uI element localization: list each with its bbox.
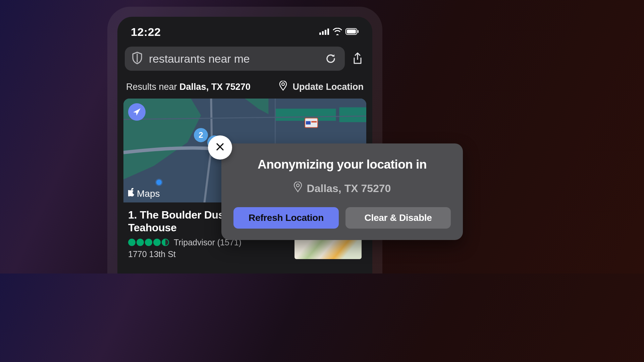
locate-me-button[interactable]	[128, 103, 146, 121]
svg-rect-2	[325, 30, 326, 35]
pin-icon	[279, 81, 287, 93]
location-popover: Anonymizing your location in Dallas, TX …	[221, 143, 463, 240]
share-icon[interactable]	[350, 51, 365, 66]
map-attribution-label: Maps	[137, 188, 160, 199]
results-header: Results near Dallas, TX 75270 Update Loc…	[117, 77, 372, 99]
reload-icon[interactable]	[323, 51, 338, 66]
shield-icon[interactable]	[131, 52, 143, 66]
refresh-location-button[interactable]: Refresh Location	[233, 207, 339, 229]
svg-rect-3	[327, 28, 329, 35]
clear-disable-button[interactable]: Clear & Disable	[345, 207, 451, 229]
browser-toolbar: restaurants near me	[117, 43, 372, 77]
cellular-icon	[319, 28, 329, 36]
svg-rect-1	[322, 31, 324, 35]
svg-rect-6	[358, 30, 359, 33]
current-location-dot	[156, 180, 162, 185]
popover-location-text: Dallas, TX 75270	[307, 182, 391, 195]
results-prefix: Results near	[126, 82, 179, 92]
update-location-label: Update Location	[292, 82, 364, 92]
status-icons	[319, 28, 359, 37]
popover-location: Dallas, TX 75270	[233, 182, 451, 195]
map-attribution: Maps	[128, 188, 160, 199]
svg-point-15	[296, 184, 299, 187]
result-address: 1770 13th St	[128, 249, 288, 259]
svg-rect-11	[339, 107, 366, 122]
svg-point-7	[282, 83, 284, 85]
svg-rect-14	[311, 121, 317, 122]
close-icon	[215, 142, 225, 153]
address-text: restaurants near me	[149, 52, 317, 65]
svg-rect-13	[306, 121, 311, 124]
svg-rect-5	[347, 29, 356, 34]
results-location: Dallas, TX 75270	[179, 82, 251, 92]
status-time: 12:22	[131, 25, 161, 39]
address-bar[interactable]: restaurants near me	[125, 47, 345, 71]
status-bar: 12:22	[117, 17, 372, 43]
map-pin-2[interactable]: 2	[194, 128, 208, 145]
pin-icon	[293, 182, 302, 195]
update-location-button[interactable]: Update Location	[279, 81, 364, 93]
rating-dots	[128, 239, 169, 246]
apple-icon	[128, 188, 136, 199]
wifi-icon	[333, 28, 342, 37]
results-near-label: Results near Dallas, TX 75270	[126, 82, 251, 92]
svg-rect-0	[319, 33, 321, 35]
battery-icon	[345, 28, 359, 36]
close-button[interactable]	[208, 135, 232, 160]
popover-title: Anonymizing your location in	[233, 158, 451, 172]
